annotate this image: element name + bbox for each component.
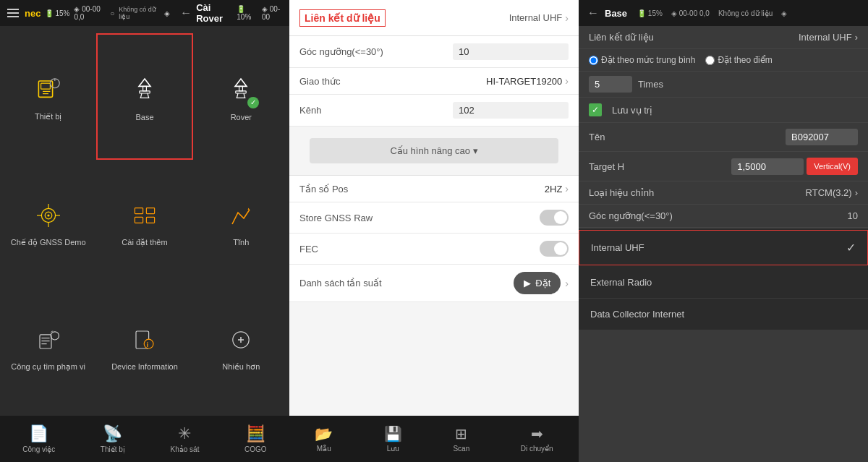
dropdown-internal-uhf[interactable]: Internal UHF ✓ [579,230,868,265]
right-goc-label: Góc ngưỡng(<=30°) [589,210,673,221]
nav-cogo[interactable]: 🧮 COGO [236,422,276,456]
cau-hinh-button[interactable]: Cấu hình nâng cao ▾ [310,138,558,163]
right-loai-chevron: › [855,187,858,198]
svg-rect-8 [140,90,150,93]
dropdown-external-radio[interactable]: External Radio [579,267,868,299]
danh-sach-row: Danh sách tần suất ▶ Đặt › [289,265,579,302]
radio-trung-binh-input[interactable] [589,56,598,65]
svg-point-20 [47,214,49,216]
menu-item-nhieu-hon-label: Nhiều hơn [222,362,260,372]
danh-sach-chevron: › [565,278,569,289]
thiet-bi-nav-label: Thiết bị [101,445,125,453]
svg-point-33 [51,331,59,339]
action-mau[interactable]: 📂 Mẫu [307,422,340,455]
cong-viec-icon: 📄 [29,424,48,443]
nav-thiet-bi[interactable]: 📡 Thiết bị [92,422,134,456]
menu-item-tinh-label: Tĩnh [233,238,249,247]
back-arrow-left[interactable]: ← [180,7,192,20]
nav-cong-viec[interactable]: 📄 Công việc [14,422,64,456]
action-luu[interactable]: 💾 Lưu [377,422,409,455]
menu-item-base[interactable]: Base [96,33,192,160]
nav-khao-sat[interactable]: ✳ Khảo sát [162,422,208,456]
right-loai-row: Loại hiệu chỉnh RTCM(3.2) › [579,181,868,205]
radio-theo-diem[interactable]: Đặt theo điểm [705,55,772,65]
times-input[interactable] [589,76,632,93]
right-internal-uhf[interactable]: Internal UHF › [799,32,858,43]
menu-item-thiet-bi-label: Thiết bị [35,112,62,121]
tan-so-pos-chevron: › [565,183,569,194]
fec-label: FEC [299,244,318,254]
device-info-icon: i [127,322,163,358]
settings-icon [127,197,163,234]
battery2-status: 🔋 10% [237,5,258,21]
dropdown-external-radio-label: External Radio [590,277,652,288]
svg-line-10 [148,93,149,98]
right-target-h-value-group: Vertical(V) [731,158,858,175]
right-ten-input[interactable] [786,129,858,145]
menu-item-cai-dat-them[interactable]: Cài đặt thêm [96,160,192,284]
luu-checkbox[interactable]: ✓ [589,103,602,116]
svg-rect-26 [146,208,154,213]
scan-label: Scan [453,445,469,453]
internal-uhf-value: Internal UHF [509,12,563,23]
radio-trung-binh[interactable]: Đặt theo mức trung bình [589,55,695,65]
middle-bottom-nav: 📂 Mẫu 💾 Lưu ⊞ Scan ➡ Di chuyển [289,416,579,462]
kenh-input[interactable] [453,102,569,119]
svg-point-35 [144,339,153,348]
right-loai-label: Loại hiệu chỉnh [589,187,654,198]
menu-item-tinh[interactable]: Tĩnh [193,160,289,284]
right-panel: ← Base 🔋 15% ◈ 00-00 0,0 Không có dữ liệ… [579,0,868,462]
dat-button[interactable]: ▶ Đặt [514,272,561,294]
base-icon-container [127,72,163,108]
luu-icon: 💾 [384,425,402,442]
svg-rect-27 [135,217,142,223]
giao-thuc-row: Giao thức HI-TARGET19200 › [289,68,579,95]
right-coords: ◈ 00-00 0,0 [671,9,710,17]
right-target-h-row: Target H Vertical(V) [579,152,868,181]
svg-rect-7 [143,86,147,90]
giao-thuc-value: HI-TARGET19200 [486,76,562,87]
menu-grid: Thiết bị Base [0,26,289,416]
right-ten-label: Tên [589,132,605,142]
right-back-arrow[interactable]: ← [587,7,599,20]
right-goc-value: 10 [848,210,858,221]
dropdown-data-collector[interactable]: Data Collector Internet [579,299,868,330]
menu-item-rover[interactable]: ✓ Rover [193,33,289,160]
cong-cu-icon [30,322,67,358]
goc-nguong-row: Góc ngưỡng(<=30°) [289,36,579,68]
menu-item-thiet-bi[interactable]: Thiết bị [0,33,96,160]
middle-header: Liên kết dữ liệu Internal UHF › [289,0,579,36]
fec-toggle[interactable] [540,241,569,257]
goc-nguong-input[interactable] [453,43,569,60]
play-icon: ▶ [524,278,531,288]
coords2-status: ◈ 00-00 [262,5,284,21]
menu-item-nhieu-hon[interactable]: Nhiều hơn [193,284,289,408]
internal-uhf-chevron: › [565,12,569,24]
giao-thuc-chevron: › [565,75,569,87]
menu-item-gnss[interactable]: Chế độ GNSS Demo [0,160,96,284]
mau-icon: 📂 [315,425,333,442]
menu-item-device-info[interactable]: i Device Information [96,284,192,408]
giao-thuc-select[interactable]: HI-TARGET19200 › [486,75,569,87]
store-gnss-toggle[interactable] [540,210,569,226]
no-data-status: ○ [110,9,114,17]
menu-item-cai-dat-them-label: Cài đặt thêm [122,238,167,247]
di-chuyen-label: Di chuyển [521,445,553,453]
battery-status: 🔋 15% [45,9,69,17]
menu-item-cong-cu[interactable]: Công cụ tìm phạm vi [0,284,96,408]
tan-so-pos-select[interactable]: 2HZ › [545,183,569,194]
right-lien-ket-label: Liên kết dữ liệu [589,32,654,43]
kenh-label: Kênh [299,105,321,116]
middle-panel: Liên kết dữ liệu Internal UHF › Góc ngưỡ… [289,0,579,462]
right-loai-value[interactable]: RTCM(3.2) › [806,187,858,198]
vertical-button[interactable]: Vertical(V) [807,158,858,175]
internal-uhf-selector[interactable]: Internal UHF › [509,12,569,24]
action-scan[interactable]: ⊞ Scan [446,422,477,455]
mau-label: Mẫu [317,445,331,453]
signal-status: ◈ 00-00 0,0 [74,5,106,21]
right-battery: 🔋 15% [637,9,663,17]
hamburger-menu[interactable] [6,7,20,19]
radio-theo-diem-input[interactable] [705,56,715,65]
right-target-h-input[interactable] [731,158,804,175]
action-di-chuyen[interactable]: ➡ Di chuyển [514,422,561,455]
